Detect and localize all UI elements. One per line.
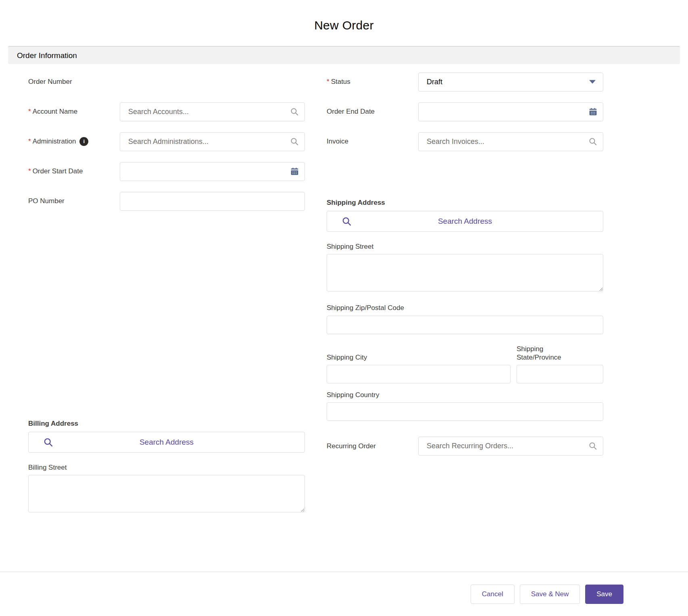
shipping-street-label: Shipping Street: [327, 242, 603, 251]
section-title: Order Information: [17, 51, 77, 60]
po-number-control: [120, 192, 305, 211]
search-icon: [43, 437, 53, 447]
status-label: * Status: [327, 77, 418, 86]
account-name-label: * Account Name: [28, 107, 120, 116]
chevron-down-icon: [589, 80, 596, 84]
label-text: Order End Date: [327, 107, 375, 116]
recurring-order-row: Recurring Order: [327, 436, 603, 456]
order-start-date-label: * Order Start Date: [28, 167, 120, 175]
required-asterisk: *: [28, 167, 31, 175]
invoice-control: [418, 132, 603, 151]
shipping-city-input[interactable]: [327, 365, 511, 383]
search-address-label: Search Address: [140, 438, 194, 447]
label-text: Recurring Order: [327, 442, 376, 450]
label-text: Invoice: [327, 137, 348, 146]
administration-label: * Administration i: [28, 137, 120, 146]
account-name-row: * Account Name: [28, 102, 305, 121]
recurring-order-label: Recurring Order: [327, 442, 418, 450]
order-start-date-row: * Order Start Date: [28, 162, 305, 181]
section-header-order-information: Order Information: [8, 46, 680, 64]
recurring-order-control: [418, 437, 603, 456]
administration-control: [120, 132, 305, 151]
right-column: * Status Draft Order End Date: [327, 72, 603, 456]
order-start-date-input[interactable]: [120, 162, 305, 181]
status-select[interactable]: Draft: [418, 73, 603, 92]
cancel-button[interactable]: Cancel: [471, 585, 515, 604]
shipping-street-textarea[interactable]: [327, 254, 603, 291]
label-text: Status: [331, 77, 350, 86]
shipping-country-label: Shipping Country: [327, 391, 603, 399]
shipping-country-field: Shipping Country: [327, 391, 603, 421]
info-icon[interactable]: i: [79, 137, 88, 146]
label-text: PO Number: [28, 197, 65, 205]
shipping-country-input[interactable]: [327, 402, 603, 421]
shipping-search-address-button[interactable]: Search Address: [327, 211, 603, 232]
shipping-address-section: Shipping Address Search Address Shipping…: [327, 199, 603, 421]
new-order-modal: New Order Order Information Order Number…: [0, 0, 688, 616]
label-text: Order Start Date: [33, 167, 83, 175]
label-text: Account Name: [33, 107, 78, 116]
account-name-control: [120, 102, 305, 121]
shipping-city-field: Shipping City: [327, 353, 511, 383]
po-number-row: PO Number: [28, 191, 305, 211]
billing-street-label: Billing Street: [28, 463, 305, 472]
invoice-label: Invoice: [327, 137, 418, 146]
required-asterisk: *: [28, 107, 31, 116]
shipping-zip-field: Shipping Zip/Postal Code: [327, 304, 603, 334]
billing-address-section: Billing Address Search Address Billing S…: [28, 420, 305, 514]
left-column: Order Number * Account Name: [28, 72, 305, 514]
save-and-new-button[interactable]: Save & New: [520, 585, 580, 604]
page-title: New Order: [0, 0, 688, 32]
search-icon: [342, 216, 352, 227]
save-button[interactable]: Save: [585, 585, 623, 604]
recurring-order-lookup-input[interactable]: [418, 437, 603, 456]
po-number-label: PO Number: [28, 197, 120, 205]
form-body: Order Number * Account Name: [0, 64, 688, 514]
shipping-zip-input[interactable]: [327, 316, 603, 334]
shipping-state-field: Shipping State/Province: [517, 345, 603, 384]
order-end-date-label: Order End Date: [327, 107, 418, 116]
po-number-input[interactable]: [120, 192, 305, 211]
shipping-city-label: Shipping City: [327, 353, 511, 362]
required-asterisk: *: [28, 137, 31, 146]
status-selected-value: Draft: [427, 78, 442, 86]
status-row: * Status Draft: [327, 72, 603, 92]
label-text: Administration: [33, 137, 76, 146]
order-number-row: Order Number: [28, 72, 305, 92]
shipping-city-state-row: Shipping City Shipping State/Province: [327, 345, 603, 384]
status-control: Draft: [418, 73, 603, 92]
billing-street-field: Billing Street: [28, 463, 305, 514]
shipping-state-input[interactable]: [517, 365, 603, 383]
administration-row: * Administration i: [28, 132, 305, 151]
order-end-date-input[interactable]: [418, 102, 603, 121]
invoice-lookup-input[interactable]: [418, 132, 603, 151]
order-end-date-control: [418, 102, 603, 121]
billing-street-textarea[interactable]: [28, 475, 305, 512]
administration-lookup-input[interactable]: [120, 132, 305, 151]
search-address-label: Search Address: [438, 217, 492, 226]
label-text: Order Number: [28, 77, 72, 86]
invoice-row: Invoice: [327, 132, 603, 151]
account-name-lookup-input[interactable]: [120, 102, 305, 121]
modal-footer: Cancel Save & New Save: [0, 572, 688, 616]
order-start-date-control: [120, 162, 305, 181]
billing-address-heading: Billing Address: [28, 420, 305, 428]
shipping-address-heading: Shipping Address: [327, 199, 603, 207]
billing-search-address-button[interactable]: Search Address: [28, 432, 305, 453]
shipping-street-field: Shipping Street: [327, 242, 603, 293]
order-end-date-row: Order End Date: [327, 102, 603, 121]
shipping-zip-label: Shipping Zip/Postal Code: [327, 304, 603, 312]
shipping-state-label: Shipping State/Province: [517, 345, 577, 362]
order-number-label: Order Number: [28, 77, 120, 86]
required-asterisk: *: [327, 77, 329, 86]
